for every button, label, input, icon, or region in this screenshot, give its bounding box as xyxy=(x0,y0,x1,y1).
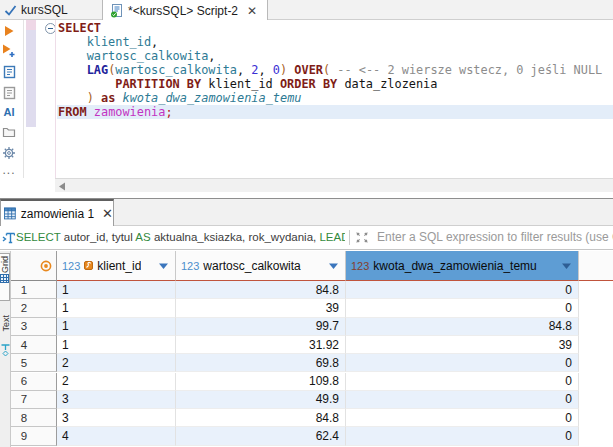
table-row: 5269.80 xyxy=(11,354,613,372)
scroll-left-icon[interactable] xyxy=(58,182,66,191)
explain-plan-button[interactable] xyxy=(1,85,17,101)
cell-klient_id[interactable]: 1 xyxy=(57,281,176,299)
results-tab-label: zamowienia 1 xyxy=(21,207,94,221)
open-file-button[interactable] xyxy=(1,124,17,140)
ruler-statement-range xyxy=(26,30,36,127)
row-number[interactable]: 8 xyxy=(11,409,57,427)
code-token: wartosc_calkowita xyxy=(115,63,237,77)
cell-wartosc_calkowita[interactable]: 39 xyxy=(176,299,346,317)
cell-wartosc_calkowita[interactable]: 62.4 xyxy=(176,427,346,445)
cell-wartosc_calkowita[interactable]: 84.8 xyxy=(176,281,346,299)
cell-wartosc_calkowita[interactable]: 49.9 xyxy=(176,391,346,409)
column-name: klient_id xyxy=(97,259,141,273)
filter-query-token: aktualna_ksiazka, rok_wydania, xyxy=(154,231,320,243)
cell-klient_id[interactable]: 1 xyxy=(57,299,176,317)
code-line: klient_id, xyxy=(37,35,613,49)
cell-wartosc_calkowita[interactable]: 109.8 xyxy=(176,373,346,391)
expand-filter-icon[interactable] xyxy=(354,230,370,249)
results-panel: zamowienia 1 ✕ SELECT autor_id, tytul AS… xyxy=(0,198,613,447)
cell-wartosc_calkowita[interactable]: 31.92 xyxy=(176,336,346,354)
row-number[interactable]: 4 xyxy=(11,336,57,354)
cell-klient_id[interactable]: 3 xyxy=(57,409,176,427)
record-icon xyxy=(40,260,52,272)
column-type-badge: 123 xyxy=(181,260,199,272)
row-number-label: 1 xyxy=(11,284,37,296)
code-token: OVER xyxy=(294,63,323,77)
table-row: 9462.40 xyxy=(11,427,613,445)
column-header-wartosc_calkowita[interactable]: 123wartosc_calkowita xyxy=(176,251,346,281)
more-actions-button[interactable]: ... xyxy=(1,162,17,178)
code-token: -- <-- 2 wiersze wstecz, 0 jeśli NULL xyxy=(337,63,602,77)
cell-klient_id[interactable]: 2 xyxy=(57,373,176,391)
cell-klient_id[interactable]: 1 xyxy=(57,336,176,354)
side-tab-grid-label: Grid xyxy=(0,256,10,273)
editor-hscrollbar[interactable] xyxy=(0,178,613,192)
side-tab-grid[interactable]: Grid xyxy=(0,253,10,301)
cell-kwota_dwa_zamowienia_temu[interactable]: 0 xyxy=(346,299,579,317)
row-number[interactable]: 1 xyxy=(11,281,57,299)
row-number[interactable]: 7 xyxy=(11,391,57,409)
cell-kwota_dwa_zamowienia_temu[interactable]: 0 xyxy=(346,373,579,391)
code-token xyxy=(58,63,87,77)
cell-kwota_dwa_zamowienia_temu[interactable]: 0 xyxy=(346,354,579,372)
ai-assistant-button[interactable]: AI xyxy=(1,104,17,120)
column-dropdown-icon[interactable] xyxy=(158,262,169,270)
value-viewer-icon[interactable] xyxy=(0,344,11,356)
sql-code[interactable]: SELECT klient_id, wartosc_calkowita, LAG… xyxy=(37,21,613,119)
column-header-klient_id[interactable]: 123klient_id xyxy=(57,251,176,281)
results-tab-close-icon[interactable]: ✕ xyxy=(102,206,113,221)
column-name: kwota_dwa_zamowienia_temu xyxy=(373,259,536,273)
table-row: 4131.9239 xyxy=(11,336,613,354)
row-number[interactable]: 6 xyxy=(11,373,57,391)
execute-script-button[interactable] xyxy=(1,64,17,80)
editor-margin-guide xyxy=(55,20,56,178)
column-dropdown-icon[interactable] xyxy=(561,262,572,270)
code-token: ) xyxy=(87,91,94,105)
column-header-kwota_dwa_zamowienia_temu[interactable]: 123kwota_dwa_zamowienia_temu xyxy=(346,251,579,281)
code-token: ORDER BY xyxy=(280,77,337,91)
row-number[interactable]: 9 xyxy=(11,427,57,445)
cell-wartosc_calkowita[interactable]: 99.7 xyxy=(176,318,346,336)
code-token: klient_id xyxy=(87,35,151,49)
cell-klient_id[interactable]: 2 xyxy=(57,354,176,372)
cell-kwota_dwa_zamowienia_temu[interactable]: 0 xyxy=(346,427,579,445)
cell-wartosc_calkowita[interactable]: 84.8 xyxy=(176,409,346,427)
grid-header: 123klient_id123wartosc_calkowita123kwota… xyxy=(11,251,579,281)
ruler-cursor-range xyxy=(26,20,36,30)
cell-kwota_dwa_zamowienia_temu[interactable]: 0 xyxy=(346,409,579,427)
cell-kwota_dwa_zamowienia_temu[interactable]: 0 xyxy=(346,281,579,299)
hscrollbar-track[interactable] xyxy=(55,178,613,192)
row-number[interactable]: 3 xyxy=(11,318,57,336)
side-tab-text[interactable]: Text xyxy=(0,306,11,340)
cell-klient_id[interactable]: 3 xyxy=(57,391,176,409)
code-line: LAG(wartosc_calkowita, 2, 0) OVER( -- <-… xyxy=(37,63,613,77)
row-number-label: 7 xyxy=(11,393,37,405)
execute-statement-button[interactable] xyxy=(1,23,17,39)
cell-klient_id[interactable]: 1 xyxy=(57,318,176,336)
table-row: 3199.784.8 xyxy=(11,318,613,336)
filter-input[interactable]: Enter a SQL expression to filter results… xyxy=(377,226,613,249)
side-tab-text-label: Text xyxy=(1,315,11,332)
filter-query-token: LEAD( xyxy=(319,231,345,243)
tab-script[interactable]: *<kursSQL> Script-2 ✕ xyxy=(102,0,268,21)
settings-button[interactable] xyxy=(1,145,17,161)
tab-close-icon[interactable]: ✕ xyxy=(247,6,257,16)
code-line: wartosc_calkowita, xyxy=(37,49,613,63)
grid-corner-cell[interactable] xyxy=(11,251,57,281)
table-row: 7349.90 xyxy=(11,391,613,409)
cell-kwota_dwa_zamowienia_temu[interactable]: 84.8 xyxy=(346,318,579,336)
cell-wartosc_calkowita[interactable]: 69.8 xyxy=(176,354,346,372)
cell-klient_id[interactable]: 4 xyxy=(57,427,176,445)
row-number[interactable]: 2 xyxy=(11,299,57,317)
execute-new-tab-button[interactable] xyxy=(1,43,17,59)
cell-kwota_dwa_zamowienia_temu[interactable]: 0 xyxy=(346,391,579,409)
results-tab-zamowienia[interactable]: zamowienia 1 ✕ xyxy=(0,199,114,226)
row-number[interactable]: 5 xyxy=(11,354,57,372)
code-token: , xyxy=(151,35,158,49)
code-token xyxy=(87,105,94,119)
tab-connection[interactable]: kursSQL xyxy=(0,0,102,20)
cell-kwota_dwa_zamowienia_temu[interactable]: 39 xyxy=(346,336,579,354)
results-filter-bar: SELECT autor_id, tytul AS aktualna_ksiaz… xyxy=(0,226,613,250)
column-dropdown-icon[interactable] xyxy=(328,262,339,270)
sql-editor[interactable]: AI ... xyxy=(0,20,613,178)
